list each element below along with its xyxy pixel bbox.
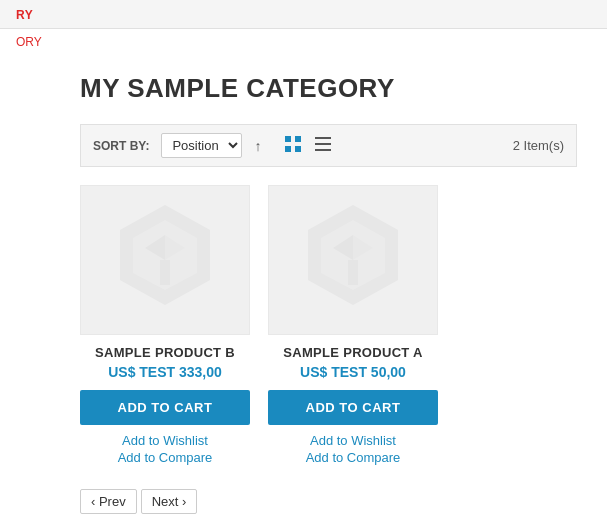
svg-rect-16 (348, 260, 358, 285)
svg-rect-4 (315, 137, 331, 139)
svg-rect-3 (295, 146, 301, 152)
breadcrumb-top-label: RY (16, 8, 33, 22)
add-to-compare-link[interactable]: Add to Compare (80, 450, 250, 465)
view-icons (281, 134, 335, 158)
svg-rect-2 (285, 146, 291, 152)
breadcrumb-second-label: ORY (16, 35, 42, 49)
pagination-bar: ‹ Prev Next › (80, 489, 577, 514)
add-to-cart-button[interactable]: ADD TO CART (268, 390, 438, 425)
add-to-wishlist-link[interactable]: Add to Wishlist (268, 433, 438, 448)
product-image (268, 185, 438, 335)
product-links: Add to Wishlist Add to Compare (80, 433, 250, 465)
product-price: US$ TEST 50,00 (268, 364, 438, 380)
next-page-button[interactable]: Next › (141, 489, 198, 514)
breadcrumb-bar: RY (0, 0, 607, 29)
grid-view-button[interactable] (281, 134, 305, 158)
svg-rect-6 (315, 149, 331, 151)
product-card: SAMPLE PRODUCT B US$ TEST 333,00 ADD TO … (80, 185, 250, 465)
sort-by-label: SORT BY: (93, 139, 149, 153)
product-grid: SAMPLE PRODUCT B US$ TEST 333,00 ADD TO … (80, 185, 577, 465)
toolbar-left: SORT BY: Position Name Price ↑ (93, 133, 335, 158)
sort-direction-button[interactable]: ↑ (250, 136, 265, 156)
svg-rect-0 (285, 136, 291, 142)
sort-select[interactable]: Position Name Price (161, 133, 242, 158)
list-view-button[interactable] (311, 134, 335, 158)
toolbar: SORT BY: Position Name Price ↑ (80, 124, 577, 167)
product-links: Add to Wishlist Add to Compare (268, 433, 438, 465)
add-to-cart-button[interactable]: ADD TO CART (80, 390, 250, 425)
add-to-wishlist-link[interactable]: Add to Wishlist (80, 433, 250, 448)
product-image (80, 185, 250, 335)
svg-rect-11 (160, 260, 170, 285)
svg-rect-5 (315, 143, 331, 145)
product-card: SAMPLE PRODUCT A US$ TEST 50,00 ADD TO C… (268, 185, 438, 465)
page-title: MY SAMPLE CATEGORY (80, 73, 577, 104)
breadcrumb-secondary: ORY (0, 29, 607, 53)
product-name: SAMPLE PRODUCT A (268, 345, 438, 360)
product-price: US$ TEST 333,00 (80, 364, 250, 380)
product-name: SAMPLE PRODUCT B (80, 345, 250, 360)
main-content: MY SAMPLE CATEGORY SORT BY: Position Nam… (0, 53, 607, 531)
add-to-compare-link[interactable]: Add to Compare (268, 450, 438, 465)
svg-rect-1 (295, 136, 301, 142)
items-count: 2 Item(s) (513, 138, 564, 153)
prev-page-button[interactable]: ‹ Prev (80, 489, 137, 514)
